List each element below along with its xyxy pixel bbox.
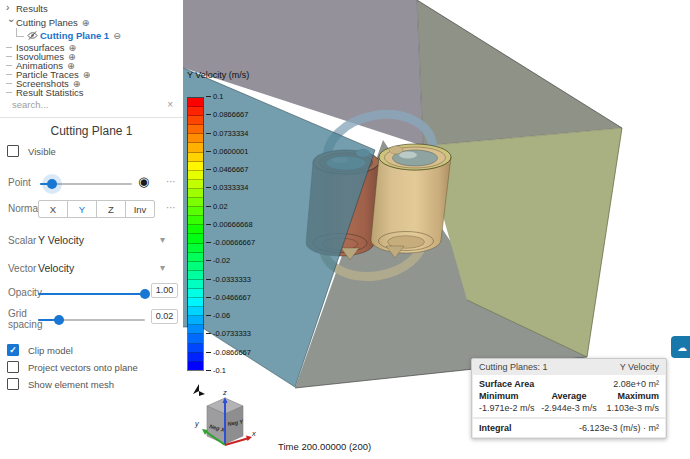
info-box-stats: Surface Area 2.08e+0 m² Minimum Average … xyxy=(473,375,665,417)
search-input[interactable] xyxy=(10,98,159,111)
grid-spacing-slider[interactable] xyxy=(38,318,145,321)
legend-color-cell xyxy=(188,207,203,216)
viewport-3d[interactable]: Neg X Neg Y z y x Y Velocity (m/s) 0.10.… xyxy=(183,0,690,459)
show-element-mesh-row: ✓ Show element mesh xyxy=(0,376,183,394)
tree-branch-line xyxy=(6,65,12,66)
application-window: { "icons": { "chevron_right": "›", "chev… xyxy=(0,0,690,459)
normal-option-x[interactable]: X xyxy=(38,200,68,218)
legend-color-cell xyxy=(188,253,203,262)
vector-label: Vector xyxy=(8,263,36,274)
legend-color-cell xyxy=(188,171,203,180)
check-icon: ✓ xyxy=(8,345,18,355)
vector-select[interactable]: Velocity xyxy=(38,262,74,274)
vector-row: Vector Velocity ▾ xyxy=(0,260,183,278)
legend-tick-label: 0.0333334 xyxy=(206,183,248,192)
maximum-value: 1.103e-3 m/s xyxy=(599,402,659,414)
legend-color-cell xyxy=(188,125,203,134)
grid-spacing-slider-handle[interactable] xyxy=(54,315,64,325)
maximum-label: Maximum xyxy=(599,390,659,402)
legend-color-cell xyxy=(188,344,203,353)
chevron-down-icon[interactable]: ▾ xyxy=(160,262,165,273)
project-vectors-checkbox[interactable]: ✓ xyxy=(7,361,19,373)
point-slider-handle[interactable] xyxy=(47,179,57,189)
legend-color-cell xyxy=(188,225,203,234)
legend-tick-label: 0.00666668 xyxy=(206,220,253,229)
show-element-mesh-checkbox[interactable]: ✓ xyxy=(7,378,19,390)
legend-tick-label: 0.0600001 xyxy=(206,147,248,156)
tree-item-result-statistics[interactable]: Result Statistics xyxy=(0,86,183,98)
legend-tick-label: -0.06 xyxy=(206,311,230,320)
legend-color-cell xyxy=(188,189,203,198)
normal-menu-icon[interactable]: ⋯ xyxy=(166,202,177,213)
eye-off-icon[interactable] xyxy=(27,30,38,41)
opacity-slider-handle[interactable] xyxy=(140,289,150,299)
point-menu-icon[interactable]: ⋯ xyxy=(166,176,177,187)
remove-icon[interactable]: ⊖ xyxy=(113,30,121,41)
legend-color-cell xyxy=(188,153,203,162)
legend-color-cell xyxy=(188,316,203,325)
cloud-chat-icon: ☁ xyxy=(677,342,687,353)
clip-model-checkbox[interactable]: ✓ xyxy=(7,344,19,356)
legend-color-cell xyxy=(188,134,203,143)
legend-color-cell xyxy=(188,298,203,307)
chevron-right-icon[interactable]: › xyxy=(6,4,14,12)
tree-item-cutting-plane-1[interactable]: Cutting Plane 1 ⊖ xyxy=(0,29,183,41)
tree-branch-line xyxy=(6,74,12,75)
legend-tick-label: 0.0466667 xyxy=(206,165,248,174)
legend-tick-label: 0.0733334 xyxy=(206,129,248,138)
legend-color-cell xyxy=(188,180,203,189)
pick-point-icon[interactable]: ◉ xyxy=(138,174,149,189)
visible-checkbox[interactable]: ✓ xyxy=(7,145,19,157)
point-slider[interactable] xyxy=(40,182,132,185)
tree-item-cutting-planes[interactable]: › Cutting Planes ⊕ xyxy=(0,16,183,28)
opacity-value-input[interactable]: 1.00 xyxy=(151,283,178,298)
info-box-integral: Integral -6.123e-3 (m/s) · m² xyxy=(473,419,665,437)
normal-option-inv[interactable]: Inv xyxy=(125,200,155,218)
legend-color-cell xyxy=(188,307,203,316)
tree-item-label: Cutting Planes xyxy=(16,17,78,28)
legend-tick-label: 0.02 xyxy=(206,202,228,211)
tree-branch-line xyxy=(6,83,12,84)
scalar-select[interactable]: Y Velocity xyxy=(38,234,84,246)
tree-item-label: Results xyxy=(16,3,48,14)
legend-color-cell xyxy=(188,234,203,243)
point-row: Point ◉ ⋯ xyxy=(0,174,183,192)
grid-spacing-row: Grid spacing 0.02 xyxy=(0,310,183,328)
legend-tick-label: -0.0866667 xyxy=(206,348,251,357)
chevron-down-icon[interactable]: › xyxy=(7,19,15,27)
normal-option-z[interactable]: Z xyxy=(96,200,126,218)
minimum-label: Minimum xyxy=(479,390,539,402)
normal-label: Normal xyxy=(8,203,40,214)
integral-label: Integral xyxy=(479,422,512,434)
legend-colorbar xyxy=(187,97,204,371)
clear-search-icon[interactable]: × xyxy=(167,99,173,110)
statistics-info-box: Cutting Planes: 1 Y Velocity Surface Are… xyxy=(471,358,667,439)
chevron-down-icon[interactable]: ▾ xyxy=(160,234,165,245)
legend-color-cell xyxy=(188,325,203,334)
tree-item-label: Result Statistics xyxy=(16,87,84,98)
up-arrow-icon[interactable] xyxy=(193,384,205,396)
tree-item-results[interactable]: › Results xyxy=(0,2,183,14)
left-sidebar: › Results › Cutting Planes ⊕ Cutting Pla… xyxy=(0,0,184,459)
tree-branch-line xyxy=(6,92,12,93)
grid-spacing-value-input[interactable]: 0.02 xyxy=(151,309,178,324)
legend-color-cell xyxy=(188,271,203,280)
scalar-label: Scalar xyxy=(8,235,36,246)
normal-option-y[interactable]: Y xyxy=(67,200,97,218)
y-axis-label: y xyxy=(194,419,200,428)
legend-color-cell xyxy=(188,198,203,207)
tree-branch-line xyxy=(6,56,12,57)
tree-connector xyxy=(16,28,24,37)
legend-tick-label: -0.0733333 xyxy=(206,329,251,338)
help-chat-button[interactable]: ☁ xyxy=(671,336,690,358)
surface-area-label: Surface Area xyxy=(479,378,534,390)
normal-row: Normal X Y Z Inv ⋯ xyxy=(0,200,183,218)
opacity-slider[interactable] xyxy=(38,292,145,295)
legend-color-cell xyxy=(188,216,203,225)
nav-cube[interactable]: Neg X Neg Y z y x xyxy=(194,388,256,445)
add-icon[interactable]: ⊕ xyxy=(82,17,90,28)
legend-color-cell xyxy=(188,262,203,271)
tree-branch-line xyxy=(6,47,12,48)
point-label: Point xyxy=(8,177,31,188)
project-vectors-row: ✓ Project vectors onto plane xyxy=(0,359,183,377)
